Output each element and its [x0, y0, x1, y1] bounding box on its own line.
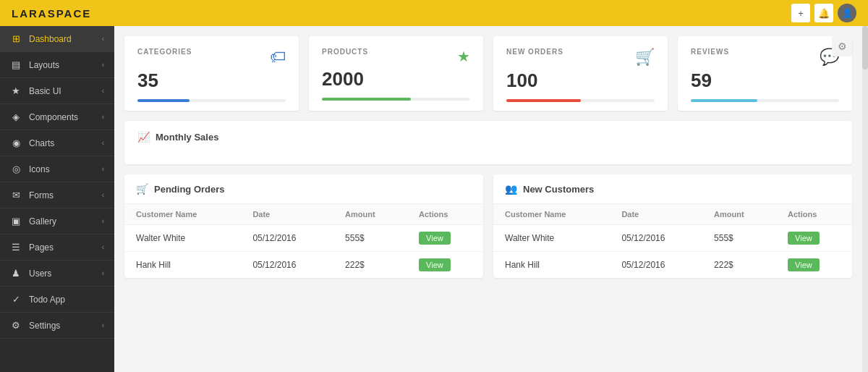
amount: 222$ — [702, 252, 776, 279]
chart-title: 📈 Monthly Sales — [137, 131, 839, 143]
charts-icon: ◉ — [10, 138, 22, 148]
sidebar-item-basic-ui[interactable]: ★ Basic UI ‹ — [0, 78, 114, 104]
layouts-icon: ▤ — [10, 59, 22, 70]
chevron-icon: ‹ — [102, 139, 104, 147]
actions: View — [407, 225, 483, 252]
chart-title-text: Monthly Sales — [156, 132, 218, 143]
reviews-label: REVIEWS — [691, 48, 729, 56]
date: 05/12/2016 — [241, 225, 333, 252]
actions: View — [407, 252, 483, 279]
users-icon: ♟ — [10, 268, 22, 279]
chevron-icon: ‹ — [102, 35, 104, 43]
new-orders-label: NEW ORDERS — [506, 48, 563, 56]
chevron-icon: ‹ — [102, 191, 104, 199]
app-body: ⊞ Dashboard ‹ ▤ Layouts ‹ ★ Basic UI ‹ ◈… — [0, 26, 868, 372]
new-customers-header: 👥 New Customers — [493, 174, 852, 204]
scrollbar-thumb — [862, 26, 868, 69]
new-customers-table: Customer Name Date Amount Actions Walter… — [493, 204, 852, 278]
sidebar-label-charts: Charts — [29, 138, 54, 148]
date: 05/12/2016 — [610, 225, 702, 252]
settings-gear-area: ⚙ — [832, 36, 852, 56]
sidebar-label-basic-ui: Basic UI — [29, 86, 61, 96]
logo: LARASPACE — [12, 7, 91, 20]
categories-bar — [137, 99, 190, 102]
actions: View — [776, 225, 852, 252]
col-date: Date — [610, 204, 702, 225]
col-customer-name: Customer Name — [124, 204, 241, 225]
table-row: Hank Hill 05/12/2016 222$ View — [124, 252, 483, 279]
view-button[interactable]: View — [788, 232, 820, 245]
dashboard-icon: ⊞ — [10, 33, 22, 44]
table-row: Hank Hill 05/12/2016 222$ View — [493, 252, 852, 279]
customer-name: Hank Hill — [124, 252, 241, 279]
new-customers-icon: 👥 — [505, 183, 517, 195]
reviews-value: 59 — [691, 69, 839, 92]
sidebar-label-layouts: Layouts — [29, 60, 59, 70]
view-button[interactable]: View — [419, 258, 451, 271]
view-button[interactable]: View — [419, 232, 451, 245]
monthly-sales-card: 📈 Monthly Sales — [124, 121, 852, 164]
sidebar-label-gallery: Gallery — [29, 216, 56, 227]
sidebar-item-icons[interactable]: ◎ Icons ‹ — [0, 156, 114, 182]
basic-ui-icon: ★ — [10, 85, 22, 96]
tables-row: 🛒 Pending Orders Customer Name Date Amou… — [124, 174, 852, 278]
new-customers-card: 👥 New Customers Customer Name Date Amoun… — [493, 174, 852, 278]
gallery-icon: ▣ — [10, 216, 22, 227]
sidebar-item-dashboard[interactable]: ⊞ Dashboard ‹ — [0, 26, 114, 52]
avatar[interactable]: 👤 — [838, 4, 856, 22]
chevron-icon: ‹ — [102, 217, 104, 225]
products-bar-bg — [322, 98, 470, 101]
components-icon: ◈ — [10, 111, 22, 122]
table-row: Walter White 05/12/2016 555$ View — [124, 225, 483, 252]
sidebar-label-components: Components — [29, 112, 78, 122]
settings-gear-button[interactable]: ⚙ — [832, 36, 852, 56]
add-button[interactable]: + — [791, 4, 810, 22]
customer-name: Hank Hill — [493, 252, 610, 279]
view-button[interactable]: View — [788, 258, 820, 271]
actions: View — [776, 252, 852, 279]
pending-orders-table: Customer Name Date Amount Actions Walter… — [124, 204, 483, 278]
col-date: Date — [241, 204, 333, 225]
sidebar-item-forms[interactable]: ✉ Forms ‹ — [0, 182, 114, 208]
col-actions: Actions — [776, 204, 852, 225]
sidebar-item-gallery[interactable]: ▣ Gallery ‹ — [0, 208, 114, 234]
sidebar-item-pages[interactable]: ☰ Pages ‹ — [0, 234, 114, 261]
chevron-icon: ‹ — [102, 269, 104, 277]
main-content: ⚙ CATEGORIES 🏷 35 PRODUCTS ★ — [114, 26, 862, 372]
pages-icon: ☰ — [10, 242, 22, 253]
chevron-icon: ‹ — [102, 113, 104, 121]
sidebar-label-settings: Settings — [29, 321, 60, 331]
notifications-button[interactable]: 🔔 — [814, 4, 833, 22]
pending-orders-icon: 🛒 — [136, 183, 148, 195]
new-orders-icon: 🛒 — [635, 48, 655, 67]
date: 05/12/2016 — [241, 252, 333, 279]
sidebar-label-icons: Icons — [29, 164, 50, 174]
topbar-actions: + 🔔 👤 — [791, 4, 856, 22]
categories-value: 35 — [137, 69, 286, 92]
avatar-icon: 👤 — [842, 8, 853, 18]
sidebar-label-users: Users — [29, 269, 51, 279]
categories-icon: 🏷 — [270, 48, 286, 67]
pending-orders-header: 🛒 Pending Orders — [124, 174, 483, 204]
products-value: 2000 — [322, 68, 470, 90]
sidebar-label-forms: Forms — [29, 190, 54, 200]
sidebar-item-charts[interactable]: ◉ Charts ‹ — [0, 130, 114, 156]
sidebar-item-todo[interactable]: ✓ Todo App — [0, 287, 114, 313]
forms-icon: ✉ — [10, 190, 22, 200]
reviews-bar — [691, 99, 757, 102]
products-icon: ★ — [457, 48, 470, 65]
new-orders-bar — [506, 99, 581, 102]
chevron-icon: ‹ — [102, 243, 104, 251]
chart-icon: 📈 — [137, 131, 150, 143]
sidebar-item-users[interactable]: ♟ Users ‹ — [0, 261, 114, 287]
sidebar-item-settings[interactable]: ⚙ Settings ‹ — [0, 313, 114, 339]
sidebar-label-todo: Todo App — [29, 295, 65, 305]
chevron-icon: ‹ — [102, 87, 104, 95]
sidebar-label-dashboard: Dashboard — [29, 34, 72, 44]
categories-bar-bg — [137, 99, 286, 102]
sidebar-label-pages: Pages — [29, 242, 54, 253]
sidebar-item-components[interactable]: ◈ Components ‹ — [0, 104, 114, 130]
right-scrollbar[interactable] — [862, 26, 868, 372]
sidebar-item-layouts[interactable]: ▤ Layouts ‹ — [0, 52, 114, 78]
amount: 555$ — [333, 225, 407, 252]
